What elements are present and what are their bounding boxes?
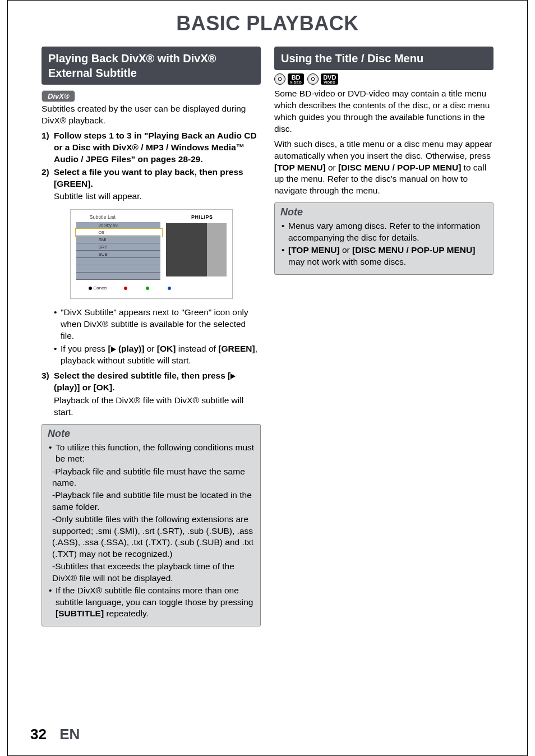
- bullet-item: "DivX Subtitle" appears next to "Green" …: [54, 307, 261, 342]
- step-3: 3) Select the desired subtitle file, the…: [41, 370, 261, 418]
- mock-option-off: Off: [76, 229, 161, 236]
- philips-logo: PHILIPS: [191, 214, 213, 220]
- two-column-layout: Playing Back DivX® with DivX® External S…: [8, 47, 527, 632]
- note-title: Note: [280, 206, 487, 218]
- note-item: To utilize this function, the following …: [48, 442, 255, 465]
- disc-icon: [307, 73, 319, 85]
- intro-text: Subtitles created by the user can be dis…: [41, 103, 261, 127]
- play-icon: [111, 347, 116, 352]
- step-subtext: Subtitle list will appear.: [54, 191, 261, 202]
- step-number: 2): [41, 167, 49, 178]
- dot-icon: [146, 287, 149, 290]
- video-subtext: VIDEO: [290, 81, 302, 84]
- mock-preview-panel: [166, 223, 227, 276]
- dvd-label: DVDVIDEO: [321, 73, 338, 85]
- bd-video-badge: BDVIDEO: [274, 73, 304, 85]
- note-item: [TOP MENU] or [DISC MENU / POP-UP MENU] …: [280, 245, 487, 268]
- key-label: [DISC MENU / POP-UP MENU]: [338, 163, 461, 172]
- section-header-titlemenu: Using the Title / Disc Menu: [274, 47, 494, 70]
- mock-title: Subtitle List: [90, 214, 116, 220]
- step-subtext: Playback of the DivX® file with DivX® su…: [54, 395, 261, 418]
- disc-icon: [274, 73, 285, 85]
- mock-option-sub: SUB: [76, 251, 161, 258]
- divx-badge: DivX®: [41, 90, 75, 102]
- mock-cancel: Cancel: [89, 285, 108, 291]
- right-para-2: With such discs, a title menu or a disc …: [274, 139, 494, 197]
- step-text: Follow steps 1 to 3 in "Playing Back an …: [54, 131, 257, 164]
- step-text: Select a file you want to play back, the…: [54, 167, 243, 188]
- steps-list: 1) Follow steps 1 to 3 in "Playing Back …: [41, 130, 261, 203]
- subtitle-list-mock: Subtitle List PHILIPS 3dolby.avi Off SMI…: [70, 209, 233, 299]
- page-container: BASIC PLAYBACK Playing Back DivX® with D…: [7, 0, 528, 756]
- note-item: Menus vary among discs. Refer to the inf…: [280, 220, 487, 243]
- section-header-divx: Playing Back DivX® with DivX® External S…: [41, 47, 261, 85]
- note-box-left: Note To utilize this function, the follo…: [41, 424, 261, 627]
- after-mock-bullets: "DivX Subtitle" appears next to "Green" …: [54, 307, 261, 367]
- dot-icon: [168, 287, 171, 290]
- mock-body: 3dolby.avi Off SMI SRT SUB: [76, 222, 227, 280]
- media-badges: BDVIDEO DVDVIDEO: [274, 73, 494, 85]
- dvd-text: DVD: [323, 74, 336, 81]
- dot-icon: [124, 287, 127, 290]
- dvd-video-badge: DVDVIDEO: [307, 73, 338, 85]
- text-fragment: may not work with some discs.: [288, 257, 406, 266]
- mock-option-smi: SMI: [76, 236, 161, 243]
- bd-text: BD: [292, 74, 301, 81]
- text-fragment: or: [340, 245, 352, 255]
- mock-header: Subtitle List PHILIPS: [76, 214, 227, 222]
- step-number: 1): [41, 130, 49, 142]
- mock-blank-row: [76, 265, 161, 273]
- note-list: To utilize this function, the following …: [48, 442, 255, 620]
- mock-blank-row: [76, 258, 161, 265]
- text-fragment: or: [326, 163, 338, 172]
- mock-options-panel: 3dolby.avi Off SMI SRT SUB: [76, 222, 161, 280]
- step-number: 3): [41, 370, 49, 382]
- page-title: BASIC PLAYBACK: [8, 12, 527, 35]
- note-item: -Playback file and subtitle file must ha…: [48, 466, 255, 489]
- mock-footer: Cancel: [76, 280, 227, 291]
- play-icon: [230, 374, 236, 379]
- right-para-1: Some BD-video or DVD-video may contain a…: [274, 88, 494, 135]
- note-item: -Only subtitle files with the following …: [48, 514, 255, 560]
- video-subtext: VIDEO: [323, 81, 336, 84]
- step-1: 1) Follow steps 1 to 3 in "Playing Back …: [41, 130, 261, 165]
- note-item: -Playback file and subtitle file must be…: [48, 490, 255, 513]
- note-title: Note: [48, 428, 255, 440]
- mock-filename: 3dolby.avi: [76, 222, 161, 229]
- dot-icon: [89, 287, 92, 290]
- key-label: [TOP MENU]: [288, 245, 340, 255]
- step-text: Select the desired subtitle file, then p…: [54, 371, 236, 392]
- step-2: 2) Select a file you want to play back, …: [41, 167, 261, 203]
- mock-cancel-label: Cancel: [94, 285, 108, 291]
- bullet-item: If you press [ (play)] or [OK] instead o…: [54, 343, 261, 367]
- right-column: Using the Title / Disc Menu BDVIDEO DVDV…: [274, 47, 494, 632]
- steps-list-cont: 3) Select the desired subtitle file, the…: [41, 370, 261, 418]
- note-item: If the DivX® subtitle file contains more…: [48, 585, 255, 619]
- mock-option-srt: SRT: [76, 243, 161, 251]
- note-list: Menus vary among discs. Refer to the inf…: [280, 220, 487, 268]
- note-item: -Subtitles that exceeds the playback tim…: [48, 561, 255, 584]
- page-footer: 32 EN: [30, 726, 80, 743]
- page-number: 32: [30, 726, 47, 743]
- text-fragment: With such discs, a title menu or a disc …: [274, 139, 492, 160]
- note-box-right: Note Menus vary among discs. Refer to th…: [274, 202, 494, 275]
- mock-blank-row: [76, 273, 161, 280]
- key-label: [DISC MENU / POP-UP MENU]: [352, 245, 475, 255]
- key-label: [TOP MENU]: [274, 163, 326, 172]
- page-lang: EN: [59, 726, 80, 743]
- left-column: Playing Back DivX® with DivX® External S…: [41, 47, 261, 632]
- bd-label: BDVIDEO: [288, 73, 304, 85]
